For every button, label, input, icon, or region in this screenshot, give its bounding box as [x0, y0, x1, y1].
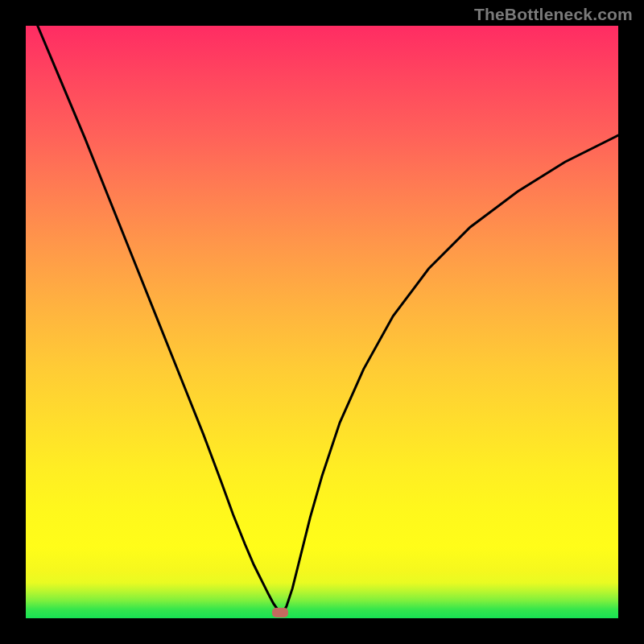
chart-frame: TheBottleneck.com — [0, 0, 644, 644]
attribution-text: TheBottleneck.com — [474, 5, 633, 24]
gradient-background — [26, 26, 618, 618]
minimum-marker — [272, 608, 288, 617]
